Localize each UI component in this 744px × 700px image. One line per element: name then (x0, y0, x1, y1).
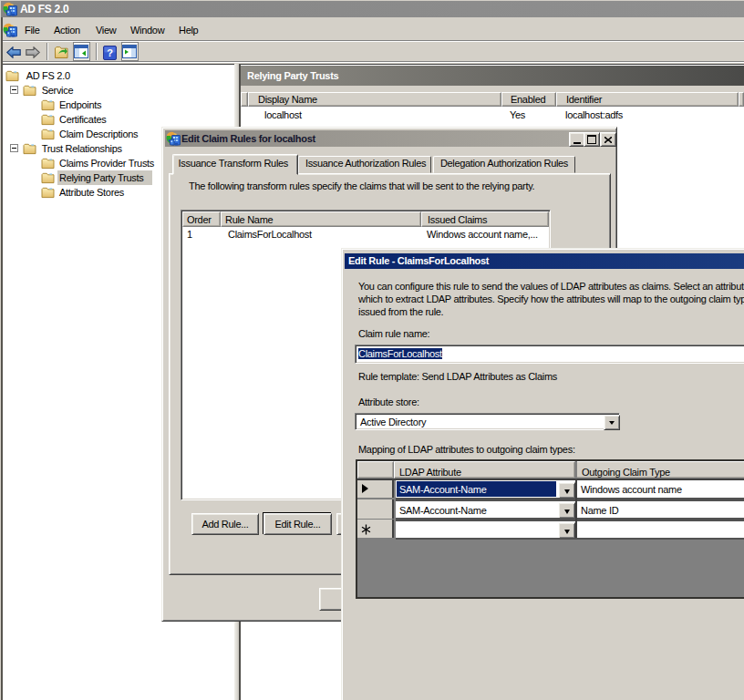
svg-text:?: ? (107, 47, 113, 58)
